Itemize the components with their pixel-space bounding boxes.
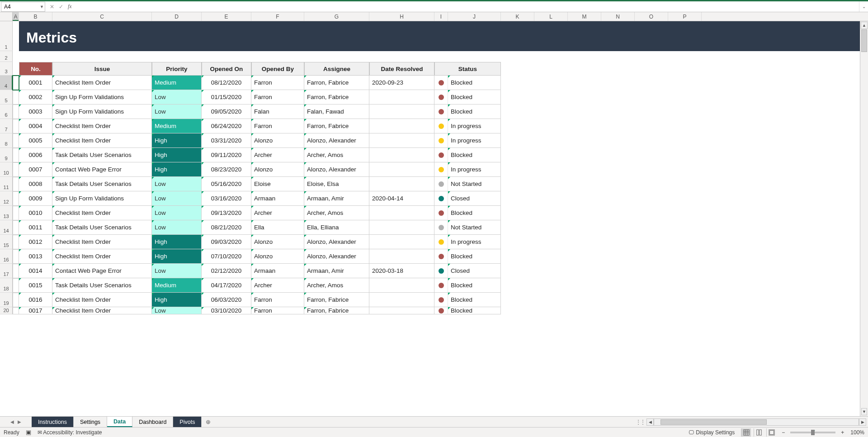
- empty-cell[interactable]: [668, 264, 702, 278]
- cell-assignee[interactable]: Farron, Fabrice: [304, 76, 369, 90]
- row-header[interactable]: 13: [0, 206, 13, 220]
- table-header-date_resolved[interactable]: Date Resolved: [369, 62, 434, 76]
- cell[interactable]: [13, 104, 19, 119]
- cell-status-dot[interactable]: [434, 148, 448, 162]
- cell-opened-on[interactable]: 04/17/2020: [202, 278, 251, 293]
- cell-assignee[interactable]: Falan, Fawad: [304, 104, 369, 119]
- cell[interactable]: [13, 177, 19, 191]
- cell-issue[interactable]: Task Details User Scenarios: [52, 148, 152, 162]
- table-header-status[interactable]: Status: [434, 62, 501, 76]
- cell-opened-on[interactable]: 06/24/2020: [202, 119, 251, 133]
- accept-icon[interactable]: ✓: [59, 4, 63, 10]
- empty-cell[interactable]: [534, 206, 568, 220]
- table-header-opened_on[interactable]: Opened On: [202, 62, 251, 76]
- empty-cell[interactable]: [534, 177, 568, 191]
- empty-cell[interactable]: [448, 51, 501, 62]
- cell-opened-by[interactable]: Farron: [251, 76, 304, 90]
- formula-input[interactable]: [75, 2, 859, 12]
- cell-opened-on[interactable]: 08/21/2020: [202, 220, 251, 235]
- empty-cell[interactable]: [534, 307, 568, 314]
- sheet-tab-instructions[interactable]: Instructions: [32, 417, 74, 427]
- empty-cell[interactable]: [534, 90, 568, 104]
- cell[interactable]: [13, 162, 19, 177]
- empty-cell[interactable]: [501, 76, 534, 90]
- cell-opened-by[interactable]: Ella: [251, 220, 304, 235]
- empty-cell[interactable]: [635, 293, 668, 307]
- cell-opened-on[interactable]: 09/13/2020: [202, 206, 251, 220]
- column-header-H[interactable]: H: [369, 12, 434, 21]
- empty-cell[interactable]: [601, 293, 635, 307]
- cell-no[interactable]: 0010: [19, 206, 52, 220]
- cell[interactable]: [13, 220, 19, 235]
- empty-cell[interactable]: [635, 249, 668, 264]
- cell-assignee[interactable]: Archer, Amos: [304, 148, 369, 162]
- empty-cell[interactable]: [635, 278, 668, 293]
- row-header[interactable]: 8: [0, 133, 13, 148]
- cell-date-resolved[interactable]: [369, 119, 434, 133]
- cell-status[interactable]: Not Started: [448, 177, 501, 191]
- cell-issue[interactable]: Task Details User Scenarios: [52, 278, 152, 293]
- cell-no[interactable]: 0008: [19, 177, 52, 191]
- display-settings-button[interactable]: 🖵 Display Settings: [689, 429, 735, 436]
- empty-cell[interactable]: [501, 235, 534, 249]
- expand-formula-bar-icon[interactable]: ⌄: [859, 1, 868, 12]
- cell-a1[interactable]: [13, 21, 19, 51]
- cell-assignee[interactable]: Farron, Fabrice: [304, 90, 369, 104]
- empty-cell[interactable]: [534, 51, 568, 62]
- cell-priority[interactable]: High: [152, 235, 202, 249]
- cell-status-dot[interactable]: [434, 206, 448, 220]
- cell-opened-by[interactable]: Archer: [251, 148, 304, 162]
- zoom-slider[interactable]: [790, 432, 835, 433]
- cell-status-dot[interactable]: [434, 235, 448, 249]
- cell-issue[interactable]: Checklist Item Order: [52, 307, 152, 314]
- empty-cell[interactable]: [601, 148, 635, 162]
- cell-status-dot[interactable]: [434, 162, 448, 177]
- empty-cell[interactable]: [635, 62, 668, 76]
- empty-cell[interactable]: [152, 51, 202, 62]
- empty-cell[interactable]: [601, 249, 635, 264]
- row-header[interactable]: 4: [0, 76, 13, 90]
- empty-cell[interactable]: [501, 177, 534, 191]
- row-header[interactable]: 11: [0, 177, 13, 191]
- cell-status-dot[interactable]: [434, 220, 448, 235]
- cell-assignee[interactable]: Farron, Fabrice: [304, 307, 369, 314]
- empty-cell[interactable]: [534, 119, 568, 133]
- empty-cell[interactable]: [635, 220, 668, 235]
- normal-view-button[interactable]: [741, 428, 751, 437]
- empty-cell[interactable]: [13, 51, 19, 62]
- cell-no[interactable]: 0012: [19, 235, 52, 249]
- empty-cell[interactable]: [501, 264, 534, 278]
- cell-assignee[interactable]: Alonzo, Alexander: [304, 249, 369, 264]
- sheet-tab-settings[interactable]: Settings: [74, 417, 107, 427]
- cell-assignee[interactable]: Archer, Amos: [304, 206, 369, 220]
- cell-date-resolved[interactable]: [369, 307, 434, 314]
- cell-status-dot[interactable]: [434, 76, 448, 90]
- empty-cell[interactable]: [568, 264, 601, 278]
- cell-issue[interactable]: Checklist Item Order: [52, 249, 152, 264]
- cell-no[interactable]: 0001: [19, 76, 52, 90]
- cell-assignee[interactable]: Alonzo, Alexander: [304, 235, 369, 249]
- hscroll-thumb[interactable]: [660, 419, 767, 425]
- column-header-G[interactable]: G: [304, 12, 369, 21]
- empty-cell[interactable]: [635, 162, 668, 177]
- empty-cell[interactable]: [635, 104, 668, 119]
- empty-cell[interactable]: [601, 264, 635, 278]
- empty-cell[interactable]: [601, 206, 635, 220]
- accessibility-status[interactable]: ✉ Accessibility: Investigate: [38, 429, 102, 436]
- empty-cell[interactable]: [601, 51, 635, 62]
- cell-issue[interactable]: Checklist Item Order: [52, 206, 152, 220]
- column-header-P[interactable]: P: [668, 12, 702, 21]
- cell-priority[interactable]: High: [152, 249, 202, 264]
- cell-issue[interactable]: Sign Up Form Validations: [52, 90, 152, 104]
- cell-issue[interactable]: Task Details User Scenarios: [52, 177, 152, 191]
- cell-opened-by[interactable]: Archer: [251, 278, 304, 293]
- empty-cell[interactable]: [568, 191, 601, 206]
- column-header-M[interactable]: M: [568, 12, 601, 21]
- name-box[interactable]: A4 ▼: [1, 2, 45, 12]
- cell-opened-by[interactable]: Falan: [251, 104, 304, 119]
- empty-cell[interactable]: [668, 62, 702, 76]
- column-header-J[interactable]: J: [448, 12, 501, 21]
- cell-opened-by[interactable]: Eloise: [251, 177, 304, 191]
- column-header-F[interactable]: F: [251, 12, 304, 21]
- empty-cell[interactable]: [635, 76, 668, 90]
